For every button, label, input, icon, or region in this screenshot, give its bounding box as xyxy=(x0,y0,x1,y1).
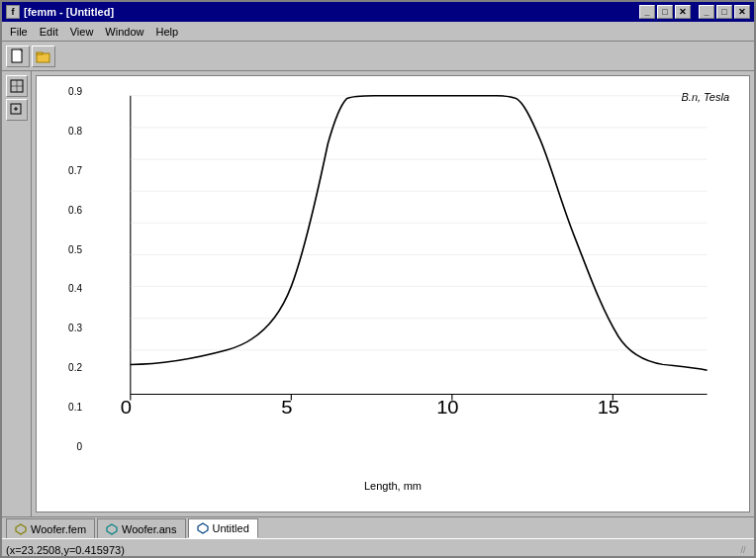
chart-container: B.n, Tesla 0.9 0.8 0.7 0.6 0.5 0.4 0.3 0… xyxy=(36,75,750,512)
select-icon xyxy=(10,79,24,93)
app-icon[interactable]: f xyxy=(6,5,20,19)
y-tick-0.3: 0.3 xyxy=(68,323,82,333)
y-tick-0.1: 0.1 xyxy=(68,402,82,413)
chart-svg: 0 5 10 15 xyxy=(86,86,729,452)
title-bar-left: f [femm - [Untitled] xyxy=(6,5,114,19)
tab-bar: Woofer.fem Woofer.ans Untitled xyxy=(2,516,754,538)
svg-text:10: 10 xyxy=(436,398,458,417)
tab-untitled[interactable]: Untitled xyxy=(188,518,258,538)
minimize-button[interactable]: _ xyxy=(639,5,655,19)
maximize-button[interactable]: □ xyxy=(657,5,673,19)
svg-rect-0 xyxy=(12,49,22,62)
window-title: [femm - [Untitled] xyxy=(24,6,114,18)
tab-icon-untitled xyxy=(197,522,209,534)
svg-marker-32 xyxy=(198,523,208,533)
tab-woofer-fem[interactable]: Woofer.fem xyxy=(6,518,95,538)
svg-text:5: 5 xyxy=(281,398,292,417)
y-tick-0.7: 0.7 xyxy=(68,165,82,176)
tab-woofer-ans[interactable]: Woofer.ans xyxy=(97,518,185,538)
x-axis-label: Length, mm xyxy=(364,480,422,492)
zoom-icon xyxy=(10,103,24,117)
svg-text:0: 0 xyxy=(121,398,132,417)
y-tick-0.9: 0.9 xyxy=(68,86,82,97)
toolbar xyxy=(2,42,754,71)
sidebar-select-btn[interactable] xyxy=(6,75,28,97)
chart-inner: 0 5 10 15 xyxy=(86,86,729,452)
inner-minimize-button[interactable]: _ xyxy=(699,5,714,19)
y-tick-0: 0 xyxy=(76,441,82,452)
y-tick-0.4: 0.4 xyxy=(68,283,82,294)
menu-help[interactable]: Help xyxy=(149,24,184,40)
left-sidebar xyxy=(2,71,32,516)
menu-bar: File Edit View Window Help xyxy=(2,22,754,42)
title-bar: f [femm - [Untitled] _ □ ✕ _ □ ✕ xyxy=(2,2,754,22)
menu-view[interactable]: View xyxy=(64,24,100,40)
open-button[interactable] xyxy=(32,46,55,67)
close-button[interactable]: ✕ xyxy=(675,5,691,19)
resize-grip[interactable]: // xyxy=(736,543,750,557)
svg-rect-4 xyxy=(37,52,43,54)
title-controls: _ □ ✕ _ □ ✕ xyxy=(639,5,750,19)
y-tick-labels: 0.9 0.8 0.7 0.6 0.5 0.4 0.3 0.2 0.1 0 xyxy=(41,86,82,452)
menu-window[interactable]: Window xyxy=(99,24,149,40)
new-doc-icon xyxy=(10,48,26,64)
tab-icon-woofer-ans xyxy=(106,523,118,535)
inner-maximize-button[interactable]: □ xyxy=(716,5,732,19)
tab-label-woofer-ans: Woofer.ans xyxy=(122,523,176,535)
tab-label-untitled: Untitled xyxy=(213,522,249,534)
sidebar-zoom-btn[interactable] xyxy=(6,99,28,121)
new-button[interactable] xyxy=(6,46,30,67)
status-coords: (x=23.2508,y=0.415973) xyxy=(6,544,125,556)
app-icon-label: f xyxy=(12,7,15,17)
svg-text:15: 15 xyxy=(598,398,619,417)
inner-close-button[interactable]: ✕ xyxy=(734,5,750,19)
menu-file[interactable]: File xyxy=(4,24,34,40)
y-tick-0.5: 0.5 xyxy=(68,244,82,255)
tab-label-woofer-fem: Woofer.fem xyxy=(31,523,86,535)
tab-icon-woofer-fem xyxy=(15,523,27,535)
open-folder-icon xyxy=(36,48,51,64)
y-tick-0.8: 0.8 xyxy=(68,126,82,137)
menu-edit[interactable]: Edit xyxy=(34,24,64,40)
svg-marker-31 xyxy=(107,524,117,534)
y-tick-0.6: 0.6 xyxy=(68,205,82,216)
status-bar: (x=23.2508,y=0.415973) // xyxy=(2,538,754,558)
svg-marker-30 xyxy=(16,524,26,534)
y-tick-0.2: 0.2 xyxy=(68,362,82,373)
main-content: B.n, Tesla 0.9 0.8 0.7 0.6 0.5 0.4 0.3 0… xyxy=(2,71,754,516)
